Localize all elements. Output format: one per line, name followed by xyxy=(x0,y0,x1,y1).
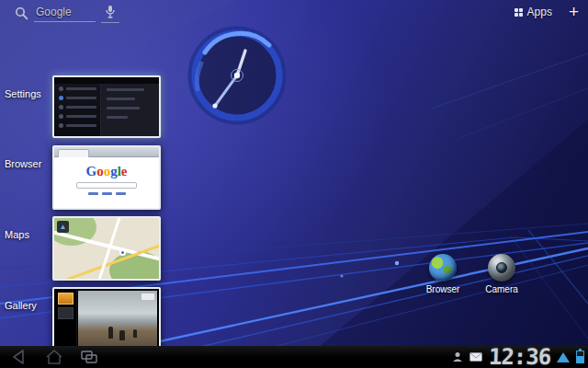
home-icon xyxy=(44,349,64,365)
recent-label: Browser xyxy=(5,158,51,169)
battery-icon xyxy=(576,351,584,363)
recent-label: Settings xyxy=(5,88,51,99)
search-label: Google xyxy=(34,4,96,22)
recent-apps-panel: Settings Browser xyxy=(0,66,175,368)
status-clock: 12:36 xyxy=(488,346,550,368)
shortcut-label: Camera xyxy=(474,284,529,294)
top-bar: Google Apps + xyxy=(0,0,588,26)
back-button[interactable] xyxy=(9,349,29,365)
contact-notification-icon xyxy=(452,351,463,362)
mic-icon xyxy=(105,5,116,19)
gallery-thumbnail[interactable] xyxy=(52,287,161,353)
settings-thumbnail[interactable] xyxy=(52,75,161,138)
analog-clock-icon xyxy=(187,25,288,126)
gallery-preview xyxy=(54,289,159,351)
voice-search-button[interactable] xyxy=(101,4,119,23)
email-notification-icon xyxy=(469,352,482,362)
apps-button[interactable]: Apps xyxy=(514,6,552,18)
location-dot-icon xyxy=(119,249,126,256)
recents-icon xyxy=(79,349,99,365)
home-button[interactable] xyxy=(44,349,64,365)
settings-preview xyxy=(54,77,159,136)
back-icon xyxy=(9,349,29,365)
maps-thumbnail[interactable]: ▲ xyxy=(52,216,161,281)
apps-grid-icon xyxy=(514,8,523,17)
home-screen: Google Apps + Settin xyxy=(0,0,588,368)
clock-widget[interactable] xyxy=(187,25,288,126)
shortcut-label: Browser xyxy=(415,284,470,294)
browser-preview: Google xyxy=(54,147,159,208)
topbar-actions: Apps + xyxy=(514,4,581,20)
gallery-icon xyxy=(58,293,74,305)
status-area[interactable]: 12:36 xyxy=(452,346,584,368)
recent-label: Gallery xyxy=(5,300,51,311)
browser-thumbnail[interactable]: Google xyxy=(52,145,161,210)
camera-icon xyxy=(488,254,515,282)
maps-preview: ▲ xyxy=(54,218,159,279)
globe-icon xyxy=(429,254,457,282)
navigation-buttons xyxy=(0,349,99,365)
camera-lens-icon xyxy=(496,262,507,273)
compass-icon: ▲ xyxy=(57,221,69,233)
google-logo: Google xyxy=(54,164,159,179)
apps-label: Apps xyxy=(527,6,552,18)
recents-button[interactable] xyxy=(79,349,99,365)
signal-icon xyxy=(557,352,570,362)
add-widget-button[interactable]: + xyxy=(567,4,581,20)
recent-label: Maps xyxy=(5,229,51,240)
shortcut-camera[interactable]: Camera xyxy=(474,254,529,294)
search-icon xyxy=(15,6,28,20)
system-bar: 12:36 xyxy=(0,346,588,368)
shortcut-browser[interactable]: Browser xyxy=(415,254,470,294)
search-widget[interactable]: Google xyxy=(15,3,119,23)
